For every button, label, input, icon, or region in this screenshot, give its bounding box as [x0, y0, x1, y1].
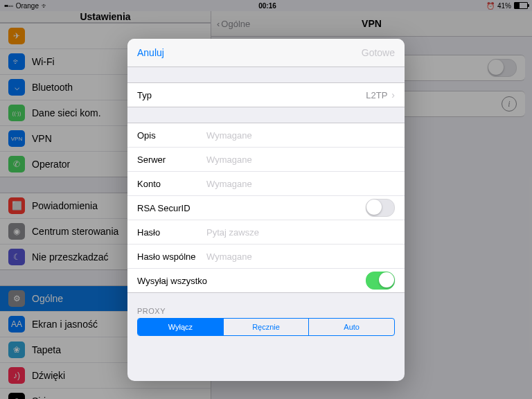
proxy-segmented[interactable]: Wyłącz Ręcznie Auto: [137, 318, 395, 336]
send-all-toggle[interactable]: [366, 272, 395, 290]
type-value: L2TP: [206, 90, 387, 100]
shared-secret-row[interactable]: Hasło wspólne Wymagane: [127, 244, 405, 268]
done-button[interactable]: Gotowe: [362, 47, 395, 58]
proxy-auto[interactable]: Auto: [308, 319, 394, 335]
description-input[interactable]: Wymagane: [206, 130, 395, 141]
proxy-section-label: PROXY: [127, 293, 405, 318]
account-input[interactable]: Wymagane: [206, 179, 395, 189]
send-all-row: Wysyłaj wszystko: [127, 268, 405, 292]
modal-header: Anuluj Gotowe: [127, 39, 405, 67]
rsa-row: RSA SecurID: [127, 195, 405, 220]
shared-secret-input[interactable]: Wymagane: [206, 251, 395, 262]
server-row[interactable]: Serwer Wymagane: [127, 147, 405, 171]
rsa-toggle[interactable]: [366, 199, 395, 217]
vpn-config-modal: Anuluj Gotowe Typ L2TP › Opis Wymagane S…: [127, 39, 405, 381]
proxy-manual[interactable]: Ręcznie: [223, 319, 309, 335]
description-row[interactable]: Opis Wymagane: [127, 123, 405, 147]
type-label: Typ: [137, 90, 206, 100]
chevron-right-icon: ›: [391, 89, 395, 100]
proxy-off[interactable]: Wyłącz: [138, 319, 223, 335]
server-input[interactable]: Wymagane: [206, 154, 395, 165]
type-row[interactable]: Typ L2TP ›: [127, 83, 405, 107]
password-row[interactable]: Hasło Pytaj zawsze: [127, 220, 405, 244]
password-input[interactable]: Pytaj zawsze: [206, 227, 395, 238]
cancel-button[interactable]: Anuluj: [137, 47, 164, 58]
account-row[interactable]: Konto Wymagane: [127, 171, 405, 195]
